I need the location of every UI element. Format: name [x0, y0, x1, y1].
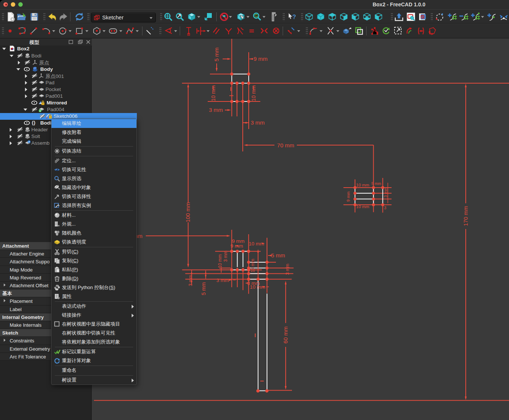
svg-text:10 mm: 10 mm — [356, 204, 369, 209]
svg-text:3 mm: 3 mm — [209, 107, 223, 113]
svg-text:9 mm: 9 mm — [254, 56, 268, 62]
svg-text:100 mm: 100 mm — [185, 202, 191, 222]
svg-text:3 mm: 3 mm — [251, 119, 265, 126]
svg-text:5 mm: 5 mm — [213, 47, 220, 62]
svg-text:10 mm: 10 mm — [250, 259, 255, 273]
svg-text:3 mm: 3 mm — [188, 275, 193, 286]
svg-text:5 mm: 5 mm — [371, 181, 381, 186]
svg-text:170 mm: 170 mm — [462, 206, 469, 226]
svg-text:9 mm: 9 mm — [346, 191, 351, 202]
svg-text:9 mm: 9 mm — [230, 243, 243, 249]
svg-text:70 mm: 70 mm — [277, 142, 294, 148]
svg-text:10 mm: 10 mm — [217, 254, 223, 268]
svg-text:?: ? — [292, 14, 296, 20]
svg-text:3 mm: 3 mm — [216, 278, 229, 283]
svg-text:3 mm: 3 mm — [223, 251, 228, 262]
svg-text:10 mm: 10 mm — [356, 183, 369, 187]
svg-text:60 mm: 60 mm — [282, 326, 289, 344]
svg-text:3 mm: 3 mm — [285, 264, 290, 275]
svg-text:5 mm: 5 mm — [271, 252, 285, 258]
svg-text:3 mm: 3 mm — [383, 188, 388, 198]
svg-text:5 mm: 5 mm — [201, 282, 207, 295]
svg-text:3: 3 — [384, 206, 386, 210]
